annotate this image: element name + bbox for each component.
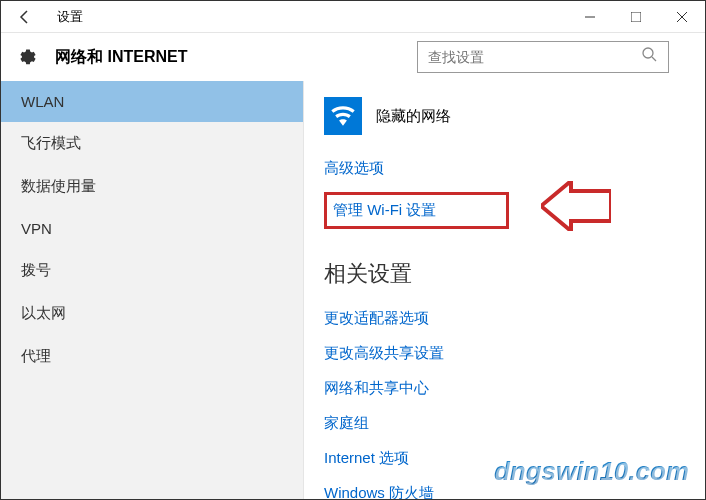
window-title: 设置: [57, 8, 567, 26]
titlebar: 设置: [1, 1, 705, 33]
sidebar-item-wlan[interactable]: WLAN: [1, 81, 303, 122]
close-icon: [677, 12, 687, 22]
hidden-network-label: 隐藏的网络: [376, 107, 451, 126]
header: 网络和 INTERNET: [1, 33, 705, 81]
svg-point-4: [643, 48, 653, 58]
advanced-sharing-link[interactable]: 更改高级共享设置: [324, 336, 685, 371]
search-input[interactable]: [428, 49, 642, 65]
svg-rect-1: [631, 12, 641, 22]
homegroup-link[interactable]: 家庭组: [324, 406, 685, 441]
sidebar: WLAN 飞行模式 数据使用量 VPN 拨号 以太网 代理: [1, 81, 304, 499]
sidebar-item-proxy[interactable]: 代理: [1, 335, 303, 378]
content-area: WLAN 飞行模式 数据使用量 VPN 拨号 以太网 代理 隐藏的网络 高级选项…: [1, 81, 705, 499]
main-panel: 隐藏的网络 高级选项 管理 Wi-Fi 设置 相关设置 更改适配器选项 更改高级…: [304, 81, 705, 499]
sidebar-item-ethernet[interactable]: 以太网: [1, 292, 303, 335]
page-title: 网络和 INTERNET: [55, 47, 417, 68]
related-settings-title: 相关设置: [324, 259, 685, 289]
advanced-options-link[interactable]: 高级选项: [324, 151, 685, 186]
search-box[interactable]: [417, 41, 669, 73]
maximize-icon: [631, 12, 641, 22]
search-icon: [642, 47, 658, 67]
sidebar-item-vpn[interactable]: VPN: [1, 208, 303, 249]
network-sharing-center-link[interactable]: 网络和共享中心: [324, 371, 685, 406]
watermark: dngswin10.com: [494, 456, 689, 487]
hidden-network-row[interactable]: 隐藏的网络: [324, 97, 685, 135]
sidebar-item-datausage[interactable]: 数据使用量: [1, 165, 303, 208]
back-button[interactable]: [1, 1, 49, 33]
svg-line-5: [652, 57, 656, 61]
sidebar-item-dialup[interactable]: 拨号: [1, 249, 303, 292]
gear-icon: [17, 44, 39, 70]
minimize-icon: [585, 12, 595, 22]
close-button[interactable]: [659, 1, 705, 33]
window-controls: [567, 1, 705, 33]
manage-wifi-link[interactable]: 管理 Wi-Fi 设置: [324, 192, 509, 229]
adapter-options-link[interactable]: 更改适配器选项: [324, 301, 685, 336]
wifi-icon: [324, 97, 362, 135]
sidebar-item-airplane[interactable]: 飞行模式: [1, 122, 303, 165]
maximize-button[interactable]: [613, 1, 659, 33]
annotation-arrow: [541, 181, 611, 235]
back-arrow-icon: [17, 9, 33, 25]
minimize-button[interactable]: [567, 1, 613, 33]
